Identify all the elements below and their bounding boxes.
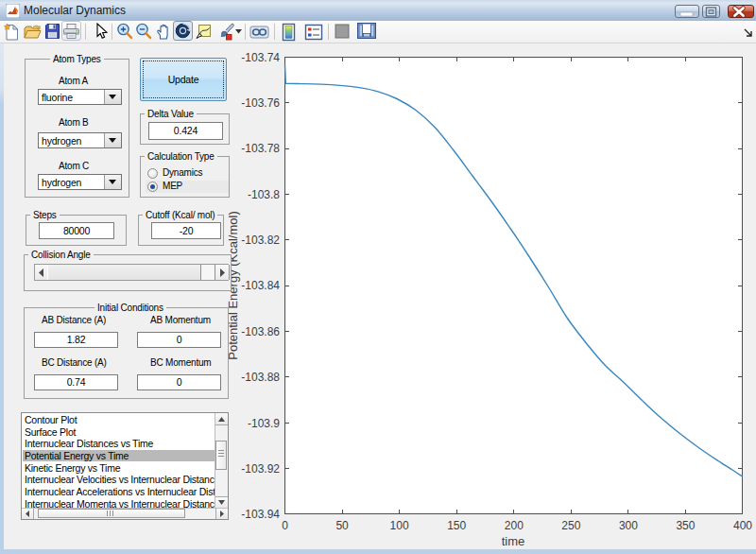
svg-text:50: 50 <box>335 519 349 532</box>
svg-text:100: 100 <box>390 519 409 532</box>
svg-text:0: 0 <box>282 519 288 532</box>
svg-text:-103.9: -103.9 <box>248 417 280 430</box>
svg-text:-103.76: -103.76 <box>241 96 280 110</box>
svg-text:150: 150 <box>447 519 466 532</box>
svg-text:-103.8: -103.8 <box>248 188 280 201</box>
svg-text:-103.86: -103.86 <box>241 325 280 338</box>
svg-text:250: 250 <box>561 519 580 532</box>
svg-text:300: 300 <box>619 519 638 532</box>
svg-text:-103.88: -103.88 <box>241 371 280 384</box>
svg-text:time: time <box>502 534 525 548</box>
svg-text:400: 400 <box>733 519 752 532</box>
svg-text:-103.78: -103.78 <box>241 142 280 155</box>
svg-text:200: 200 <box>505 519 524 532</box>
svg-text:-103.74: -103.74 <box>241 51 280 64</box>
svg-text:-103.94: -103.94 <box>241 508 280 521</box>
svg-text:350: 350 <box>676 519 695 532</box>
svg-text:-103.82: -103.82 <box>241 234 280 247</box>
svg-text:-103.84: -103.84 <box>241 279 280 292</box>
svg-text:-103.92: -103.92 <box>241 462 280 476</box>
